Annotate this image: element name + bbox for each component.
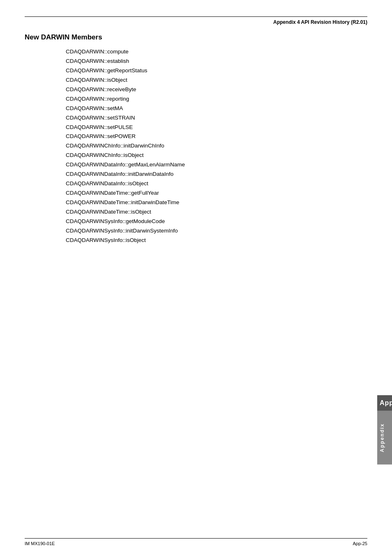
list-item: CDAQDARWIN::reporting bbox=[66, 94, 367, 104]
list-item: CDAQDARWIN::establish bbox=[66, 57, 367, 66]
list-item: CDAQDARWINChInfo::initDarwinChInfo bbox=[66, 141, 367, 151]
list-item: CDAQDARWINDataInfo::isObject bbox=[66, 179, 367, 189]
list-item: CDAQDARWIN::compute bbox=[66, 47, 367, 57]
list-item: CDAQDARWIN::receiveByte bbox=[66, 85, 367, 94]
list-item: CDAQDARWINDateTime::initDarwinDateTime bbox=[66, 198, 367, 207]
list-item: CDAQDARWINDataInfo::initDarwinDataInfo bbox=[66, 170, 367, 179]
members-list: CDAQDARWIN::computeCDAQDARWIN::establish… bbox=[66, 47, 367, 245]
footer-line bbox=[25, 538, 367, 539]
list-item: CDAQDARWIN::isObject bbox=[66, 76, 367, 85]
list-item: CDAQDARWIN::setPULSE bbox=[66, 123, 367, 132]
list-item: CDAQDARWIN::setPOWER bbox=[66, 132, 367, 141]
section-title: New DARWIN Members bbox=[25, 33, 367, 41]
side-tab-app: App bbox=[377, 395, 392, 411]
list-item: CDAQDARWINDateTime::getFullYear bbox=[66, 189, 367, 198]
footer-content: IM MX190-01E App-25 bbox=[25, 541, 367, 546]
side-tab-container: App Appendix bbox=[377, 395, 392, 465]
header-title: Appendix 4 API Revision History (R2.01) bbox=[25, 19, 367, 25]
list-item: CDAQDARWINDateTime::isObject bbox=[66, 207, 367, 217]
header-line bbox=[25, 16, 367, 17]
list-item: CDAQDARWINSysInfo::initDarwinSystemInfo bbox=[66, 226, 367, 236]
page-container: Appendix 4 API Revision History (R2.01) … bbox=[0, 0, 392, 555]
list-item: CDAQDARWINChInfo::isObject bbox=[66, 151, 367, 160]
list-item: CDAQDARWIN::setMA bbox=[66, 104, 367, 113]
list-item: CDAQDARWIN::getReportStatus bbox=[66, 66, 367, 76]
list-item: CDAQDARWINSysInfo::isObject bbox=[66, 236, 367, 245]
list-item: CDAQDARWINSysInfo::getModuleCode bbox=[66, 217, 367, 226]
list-item: CDAQDARWIN::setSTRAIN bbox=[66, 113, 367, 123]
list-item: CDAQDARWINDataInfo::getMaxLenAlarmName bbox=[66, 160, 367, 170]
side-tab-appendix: Appendix bbox=[377, 411, 392, 465]
footer-left: IM MX190-01E bbox=[25, 541, 55, 546]
footer-right: App-25 bbox=[353, 541, 367, 546]
